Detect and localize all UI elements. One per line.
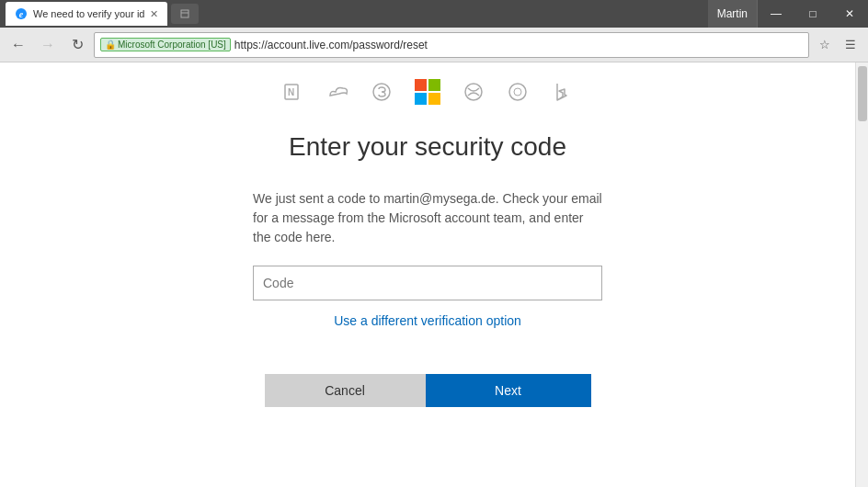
titlebar: e We need to verify your id ✕ Martin — □… xyxy=(0,0,868,28)
close-button[interactable]: ✕ xyxy=(831,0,868,28)
tab-close-icon[interactable]: ✕ xyxy=(150,8,158,20)
maximize-button[interactable]: □ xyxy=(794,0,831,28)
page-content: N xyxy=(0,62,855,487)
form-area: We just sent a code to martin@mysega.de.… xyxy=(234,189,621,407)
content-wrapper: N xyxy=(0,62,868,487)
page-heading: Enter your security code xyxy=(0,132,855,162)
address-bar[interactable]: 🔒 Microsoft Corporation [US] https://acc… xyxy=(94,32,809,58)
svg-rect-2 xyxy=(181,10,188,17)
onenote-icon: N xyxy=(282,81,304,103)
xbox-icon xyxy=(463,81,485,103)
new-tab-button[interactable] xyxy=(171,4,199,24)
ssl-badge: 🔒 Microsoft Corporation [US] xyxy=(100,38,231,51)
navbar: ← → ↻ 🔒 Microsoft Corporation [US] https… xyxy=(0,28,868,62)
scroll-thumb[interactable] xyxy=(858,66,867,121)
alt-verification-link[interactable]: Use a different verification option xyxy=(253,313,602,328)
titlebar-left: e We need to verify your id ✕ xyxy=(6,2,199,26)
scrollbar[interactable] xyxy=(855,62,868,487)
svg-text:e: e xyxy=(19,9,24,19)
minimize-button[interactable]: — xyxy=(758,0,794,28)
tab-favicon: e xyxy=(15,7,28,20)
svg-point-8 xyxy=(509,84,526,100)
nav-icons: ☆ ☰ xyxy=(813,33,862,57)
tab-title: We need to verify your id xyxy=(33,8,144,19)
ms-icons-bar: N xyxy=(0,62,855,114)
active-tab[interactable]: e We need to verify your id ✕ xyxy=(6,2,167,26)
skype-icon xyxy=(371,81,393,103)
bing-icon xyxy=(551,81,573,103)
lock-icon: 🔒 xyxy=(105,40,116,50)
code-input[interactable] xyxy=(253,266,602,300)
svg-point-7 xyxy=(465,84,482,100)
ssl-label: Microsoft Corporation [US] xyxy=(118,40,226,50)
url-text: https://account.live.com/password/reset xyxy=(234,39,803,51)
window-controls: Martin — □ ✕ xyxy=(708,0,868,28)
microsoft-logo xyxy=(415,79,440,105)
description-text: We just sent a code to martin@mysega.de.… xyxy=(253,189,602,247)
back-button[interactable]: ← xyxy=(6,32,31,58)
skype2-icon xyxy=(507,81,529,103)
menu-button[interactable]: ☰ xyxy=(839,33,862,57)
next-button[interactable]: Next xyxy=(426,374,591,407)
favorites-star-icon[interactable]: ☆ xyxy=(813,33,837,57)
forward-button: → xyxy=(35,32,61,58)
refresh-button[interactable]: ↻ xyxy=(64,32,90,58)
cancel-button[interactable]: Cancel xyxy=(265,374,426,407)
svg-text:N: N xyxy=(288,87,294,97)
onedrive-icon xyxy=(326,81,348,103)
button-row: Cancel Next xyxy=(253,374,602,407)
user-label: Martin xyxy=(708,0,758,28)
